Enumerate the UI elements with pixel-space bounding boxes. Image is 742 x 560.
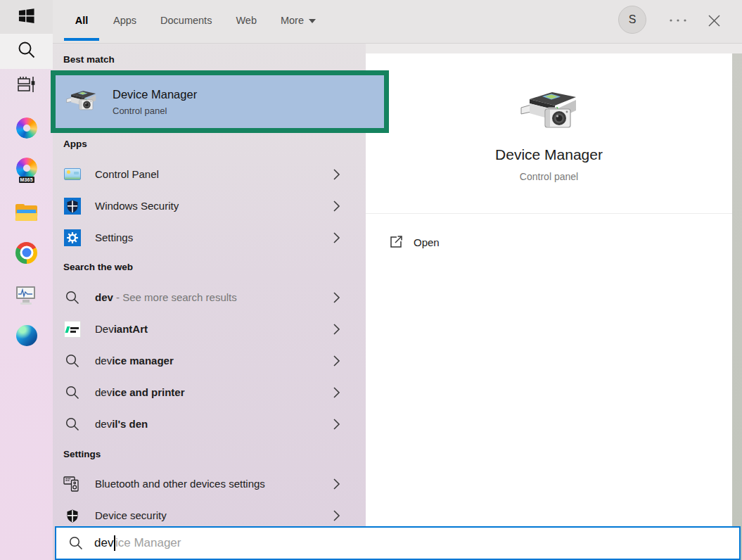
- device-manager-icon: [518, 88, 580, 132]
- search-autocomplete-suggestion: ice Manager: [115, 536, 181, 550]
- preview-title: Device Manager: [366, 146, 732, 163]
- windows-security-icon: [63, 197, 82, 215]
- result-control-panel[interactable]: Control Panel: [53, 158, 366, 190]
- ellipsis-icon: [669, 18, 687, 23]
- settings-result-bluetooth[interactable]: Bluetooth and other devices settings: [53, 468, 366, 499]
- chevron-right-icon[interactable]: [333, 292, 340, 303]
- start-button[interactable]: [0, 0, 53, 34]
- device-security-shield-icon: [63, 507, 82, 525]
- search-icon: [63, 383, 82, 402]
- file-explorer-icon: [15, 204, 37, 222]
- tab-documents[interactable]: Documents: [160, 15, 212, 26]
- close-button[interactable]: [703, 9, 724, 32]
- taskbar-item-m365-copilot[interactable]: M365: [0, 156, 53, 184]
- device-manager-icon: [65, 89, 98, 115]
- chevron-right-icon[interactable]: [333, 478, 340, 490]
- search-icon: [16, 39, 37, 63]
- desktop-edge-strip: [732, 44, 742, 560]
- chevron-right-icon[interactable]: [333, 419, 340, 430]
- taskbar-item-chrome[interactable]: [0, 239, 53, 266]
- preview-subtitle: Control panel: [366, 171, 732, 182]
- web-suggestion-deviantart[interactable]: DeviantArt: [53, 313, 366, 345]
- tab-web[interactable]: Web: [236, 15, 257, 26]
- web-suggestion-device-and-printer[interactable]: device and printer: [53, 376, 366, 408]
- bluetooth-devices-icon: [63, 475, 82, 493]
- section-header-best-match: Best match: [63, 54, 366, 65]
- best-match-subtitle: Control panel: [113, 106, 197, 116]
- search-input[interactable]: dev ice Manager: [55, 526, 741, 560]
- section-header-search-the-web: Search the web: [63, 262, 366, 273]
- open-external-icon: [389, 235, 403, 249]
- search-header: All Apps Documents Web More S: [53, 0, 742, 44]
- search-typed-text: dev: [94, 536, 113, 550]
- chevron-right-icon[interactable]: [333, 387, 340, 398]
- edge-icon: [16, 325, 37, 346]
- settings-gear-icon: [63, 229, 82, 247]
- chevron-right-icon[interactable]: [333, 510, 340, 521]
- open-action-label: Open: [414, 236, 440, 248]
- performance-monitor-icon: [15, 286, 37, 305]
- m365-copilot-icon: M365: [15, 158, 39, 183]
- web-suggestion-device-manager[interactable]: device manager: [53, 345, 366, 376]
- windows-logo-icon: [18, 7, 35, 27]
- chrome-icon: [15, 242, 37, 264]
- more-options-button[interactable]: [666, 11, 690, 30]
- web-suggestion-see-more[interactable]: dev - See more search results: [53, 281, 366, 313]
- search-icon: [63, 288, 82, 307]
- taskbar-item-performance-monitor[interactable]: [0, 282, 53, 307]
- chevron-right-icon[interactable]: [333, 355, 340, 367]
- chevron-right-icon[interactable]: [333, 324, 340, 335]
- copilot-icon: [16, 117, 37, 139]
- chevron-right-icon[interactable]: [333, 169, 340, 180]
- deviantart-icon: [63, 320, 82, 338]
- chevron-right-icon[interactable]: [333, 201, 340, 212]
- windows-search-flyout: M365 All Apps Doc: [0, 0, 742, 560]
- section-header-settings: Settings: [63, 449, 366, 460]
- user-avatar[interactable]: S: [618, 6, 646, 34]
- taskbar-search-button[interactable]: [0, 34, 53, 69]
- web-suggestion-devils-den[interactable]: devil's den: [53, 408, 366, 440]
- taskbar-item-filmstrip[interactable]: [0, 72, 53, 99]
- result-windows-security[interactable]: Windows Security: [53, 190, 366, 222]
- taskbar-item-edge[interactable]: [0, 322, 53, 349]
- chevron-right-icon[interactable]: [333, 232, 340, 243]
- caret-down-icon: [309, 19, 316, 23]
- section-header-apps: Apps: [63, 139, 366, 150]
- search-icon: [68, 535, 84, 551]
- close-icon: [708, 15, 720, 27]
- tab-apps[interactable]: Apps: [113, 15, 136, 26]
- active-tab-underline: [64, 38, 99, 41]
- taskbar: M365: [0, 0, 53, 560]
- search-icon: [63, 352, 82, 370]
- control-panel-icon: [63, 165, 82, 184]
- tab-all[interactable]: All: [64, 15, 99, 26]
- filmstrip-slider-icon: [16, 74, 37, 98]
- m365-badge: M365: [19, 177, 34, 183]
- preview-panel: Device Manager Control panel Open: [366, 53, 732, 526]
- taskbar-item-file-explorer[interactable]: [0, 200, 53, 225]
- best-match-title: Device Manager: [113, 88, 197, 101]
- search-icon: [63, 415, 82, 433]
- best-match-result-device-manager[interactable]: Device Manager Control panel: [51, 70, 389, 133]
- taskbar-item-copilot[interactable]: [0, 115, 53, 141]
- divider: [366, 213, 732, 214]
- tab-more[interactable]: More: [281, 15, 316, 26]
- result-settings[interactable]: Settings: [53, 222, 366, 253]
- open-action[interactable]: Open: [366, 233, 732, 251]
- header-gap: [366, 44, 742, 53]
- filter-tabs: All Apps Documents Web More: [64, 0, 316, 41]
